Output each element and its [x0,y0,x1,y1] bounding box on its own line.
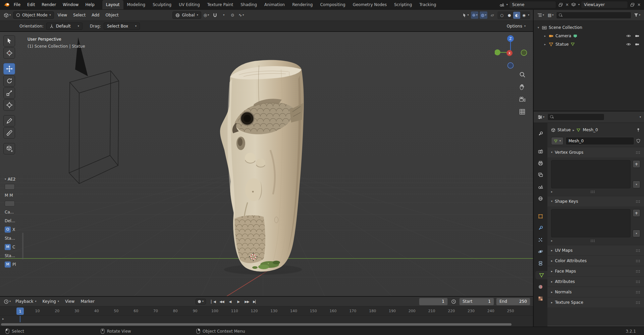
tab-object-data[interactable] [535,271,547,279]
properties-search[interactable] [547,113,604,121]
snap-toggle[interactable] [211,11,219,19]
panel-grip-icon[interactable] [636,200,640,203]
drag-dropdown[interactable]: Select Box ▾ [104,22,140,30]
viewport-canvas[interactable]: User Perspective (1) Scene Collection | … [0,32,533,296]
sync-clock-icon[interactable] [450,298,457,305]
pivot-point-dropdown[interactable]: ◎▾ [203,11,210,19]
shape-keys-list[interactable] [551,209,631,237]
new-viewlayer-icon[interactable] [629,1,636,8]
jump-to-end-button[interactable]: ▶▏ [252,298,259,305]
menu-view[interactable]: View [55,11,69,19]
snap-dropdown[interactable]: ▾ [220,11,227,19]
section-vertex-groups[interactable]: ▾ Vertex Groups [547,147,644,157]
scale-tool[interactable] [3,87,15,99]
cursor-tool[interactable] [3,47,15,59]
tab-texture-paint[interactable]: Texture Paint [204,0,237,9]
panel-grip-icon[interactable] [636,151,640,154]
tab-render[interactable] [534,147,547,156]
proportional-falloff-dropdown[interactable]: ∿▾ [237,11,245,19]
tab-uv-editing[interactable]: UV Editing [175,0,204,9]
annotate-tool[interactable] [3,115,15,127]
vertex-group-specials-button[interactable]: ▾ [633,181,640,188]
ae2-row[interactable]: Ca... [5,209,16,215]
timeline-track-area[interactable]: ▸ [0,316,533,322]
outliner-search-input[interactable] [565,13,629,17]
shield-icon[interactable] [636,139,640,143]
tab-modeling[interactable]: Modeling [123,0,149,9]
tab-modifiers[interactable] [534,224,547,232]
options-button[interactable]: Options▾ [504,22,528,30]
ae2-swatch[interactable] [5,201,15,206]
properties-options-caret[interactable]: ▾ [640,116,641,118]
section-attributes[interactable]: ▸ Attributes [547,276,644,287]
hide-eye-icon[interactable] [626,34,631,38]
list-resize-grip[interactable] [590,239,595,242]
pan-hand-icon[interactable] [518,82,527,92]
proportional-editing-toggle[interactable]: ⊙ [229,11,236,19]
shading-material-preview-button[interactable]: ◐ [513,12,520,19]
playhead[interactable]: 1 [16,307,24,315]
xray-toggle[interactable]: ▱ [489,11,496,19]
shading-wireframe-button[interactable]: ○ [498,12,505,19]
menu-select[interactable]: Select [71,11,88,19]
outliner-row-scene-collection[interactable]: ▾ Scene Collection [535,23,643,32]
tab-output[interactable] [534,159,547,168]
ortho-grid-icon[interactable] [518,107,527,116]
zoom-icon[interactable] [518,70,527,79]
ae2-row[interactable]: Sta... [5,252,16,259]
collection-expand-icon[interactable]: ▾ [537,26,540,29]
ae2-row[interactable]: MC [5,244,16,250]
shading-dropdown-caret[interactable]: ▾ [528,14,529,16]
orientation-dropdown[interactable]: Default ▾ [46,22,83,30]
channels-expand-icon[interactable]: ▸ [2,317,4,321]
measure-tool[interactable] [3,127,15,139]
gizmo-axis-y[interactable] [495,49,500,55]
menu-marker[interactable]: Marker [78,298,97,305]
menu-window[interactable]: Window [60,1,82,8]
tab-physics[interactable] [534,247,547,256]
tab-texture[interactable] [534,294,547,303]
outliner-search[interactable] [556,12,631,19]
panel-grip-icon[interactable] [636,259,640,262]
list-resize-grip[interactable] [590,190,595,193]
menu-tl-view[interactable]: View [63,298,77,305]
tab-scene[interactable] [534,183,547,191]
blender-logo-icon[interactable] [3,1,10,8]
outliner-editor-type-dropdown[interactable]: ▾ [536,11,545,19]
transform-tool[interactable] [3,99,15,111]
tab-tool[interactable] [534,130,547,138]
disable-render-icon[interactable] [635,43,639,46]
vertex-groups-list[interactable] [551,160,631,188]
section-normals[interactable]: ▸ Normals [547,287,644,297]
timeline-scrollbar[interactable] [1,323,512,326]
tab-scripting[interactable]: Scripting [390,0,416,9]
section-color-attributes[interactable]: ▸ Color Attributes [547,255,644,266]
show-gizmo-toggle[interactable]: ⊕▾ [471,11,478,19]
navigation-gizmo[interactable]: Z X [495,34,529,72]
list-filter-expand-icon[interactable]: ▸ [551,190,553,193]
menu-render[interactable]: Render [39,1,59,8]
shading-rendered-button[interactable]: ◉ [521,12,528,19]
breadcrumb-data[interactable]: Mesh_0 [583,128,598,132]
properties-editor-type-dropdown[interactable]: ▾ [537,113,545,121]
menu-help[interactable]: Help [82,1,97,8]
pin-icon[interactable] [636,128,640,132]
panel-grip-icon[interactable] [636,291,640,294]
ae2-row[interactable]: OX [5,226,16,233]
scene-dropdown-caret[interactable]: ▾ [506,3,508,6]
viewlayer-selector[interactable]: ViewLayer [581,1,628,8]
menu-add[interactable]: Add [89,11,102,19]
breadcrumb-object[interactable]: Statue [557,128,571,132]
section-texture-space[interactable]: ▸ Texture Space [547,297,644,307]
tab-sculpting[interactable]: Sculpting [149,0,175,9]
gizmo-axis-y-neg[interactable] [521,50,527,56]
rotate-tool[interactable] [3,75,15,87]
outliner-row-camera[interactable]: ▸ Camera [535,32,643,40]
mode-dropdown[interactable]: Object Mode ▾ [13,11,54,19]
tab-animation[interactable]: Animation [261,0,288,9]
timeline-ruler[interactable]: 1020304050607080901001101201301401501601… [0,306,533,316]
tab-rendering[interactable]: Rendering [288,0,316,9]
datablock-name-input[interactable] [566,137,634,145]
toolbar-scrollbar[interactable] [22,233,23,259]
tab-geometry-nodes[interactable]: Geometry Nodes [349,0,390,9]
